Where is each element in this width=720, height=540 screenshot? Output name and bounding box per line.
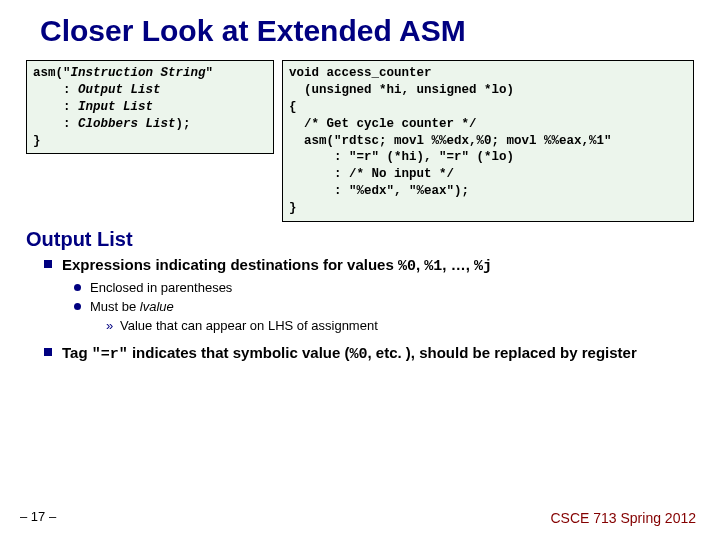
b1-code1: %0: [398, 258, 416, 275]
ex-l4: /* Get cycle counter */: [289, 117, 477, 131]
ex-l3: {: [289, 100, 297, 114]
ex-l2: (unsigned *hi, unsigned *lo): [289, 83, 514, 97]
bullet-list: Expressions indicating destinations for …: [44, 255, 694, 365]
slide-title: Closer Look at Extended ASM: [40, 14, 694, 48]
ex-l9: }: [289, 201, 297, 215]
b1-code2: %1: [424, 258, 442, 275]
syntax-box: asm("Instruction String" : Output List :…: [26, 60, 274, 154]
ex-l1: void access_counter: [289, 66, 432, 80]
b2-end: , etc. ), should be replaced by register: [368, 344, 637, 361]
ex-l8: : "%edx", "%eax");: [289, 184, 469, 198]
b1-pre: Expressions indicating destinations for …: [62, 256, 398, 273]
ex-l5: asm("rdtsc; movl %%edx,%0; movl %%eax,%1…: [289, 134, 612, 148]
b2-mid: indicates that symbolic value (: [128, 344, 350, 361]
example-box: void access_counter (unsigned *hi, unsig…: [282, 60, 694, 222]
syntax-l2-ital: Output List: [78, 83, 161, 97]
ex-l7: : /* No input */: [289, 167, 454, 181]
syntax-l1-end: ": [206, 66, 214, 80]
sub-1-2: Must be lvalue Value that can appear on …: [74, 299, 694, 335]
code-row: asm("Instruction String" : Output List :…: [26, 60, 694, 222]
syntax-l5: }: [33, 134, 41, 148]
syntax-l1-ital: Instruction String: [71, 66, 206, 80]
b1-mid2: , …,: [442, 256, 474, 273]
sub-1-2-em: lvalue: [140, 299, 174, 314]
b1-code3: %j: [474, 258, 492, 275]
sub-1-1: Enclosed in parentheses: [74, 280, 694, 297]
subsub-list: Value that can appear on LHS of assignme…: [106, 318, 694, 335]
b2-code2: %0: [349, 346, 367, 363]
syntax-l4: :: [33, 117, 78, 131]
section-heading: Output List: [26, 228, 694, 251]
sub-1-2-pre: Must be: [90, 299, 140, 314]
bullet-2: Tag "=r" indicates that symbolic value (…: [44, 343, 694, 365]
syntax-l1: asm(": [33, 66, 71, 80]
sub-list-1: Enclosed in parentheses Must be lvalue V…: [74, 280, 694, 335]
course-footer: CSCE 713 Spring 2012: [550, 510, 696, 526]
syntax-l4-ital: Clobbers List: [78, 117, 176, 131]
syntax-l3-ital: Input List: [78, 100, 153, 114]
b2-code1: "=r": [92, 346, 128, 363]
subsub-1: Value that can appear on LHS of assignme…: [106, 318, 694, 335]
page-number: – 17 –: [20, 509, 56, 524]
syntax-l2: :: [33, 83, 78, 97]
syntax-l4-end: );: [176, 117, 191, 131]
slide: Closer Look at Extended ASM asm("Instruc…: [0, 0, 720, 540]
ex-l6: : "=r" (*hi), "=r" (*lo): [289, 150, 514, 164]
syntax-l3: :: [33, 100, 78, 114]
bullet-1: Expressions indicating destinations for …: [44, 255, 694, 335]
b2-pre: Tag: [62, 344, 92, 361]
